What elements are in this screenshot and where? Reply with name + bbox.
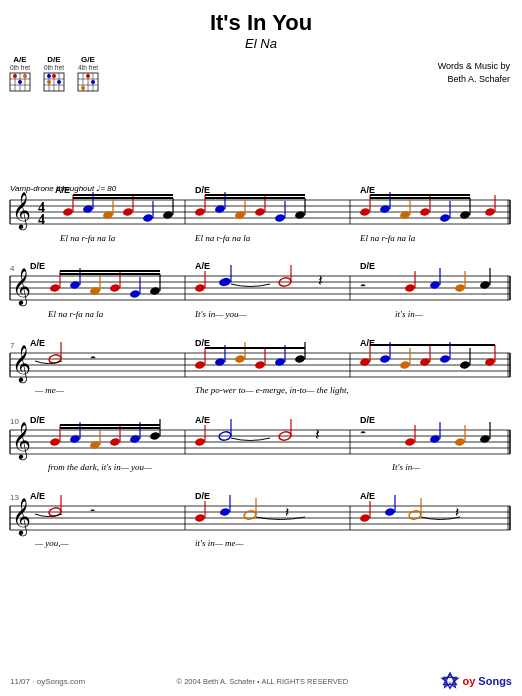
credits: Words & Music by Beth A. Schafer: [438, 60, 510, 85]
svg-text:El  na  r-fa  na  la: El na r-fa na la: [359, 233, 416, 243]
svg-text:A/E: A/E: [30, 491, 45, 501]
svg-text:It's in—  you—: It's in— you—: [194, 309, 247, 319]
song-title: It's In You: [0, 10, 522, 36]
svg-text:— me—: — me—: [34, 385, 65, 395]
star-of-david-icon: [440, 671, 460, 691]
svg-point-80: [439, 213, 450, 222]
svg-point-163: [254, 360, 265, 369]
svg-text:A/E: A/E: [55, 185, 70, 195]
svg-point-15: [47, 74, 51, 78]
svg-text:A/E: A/E: [195, 415, 210, 425]
svg-point-50: [122, 207, 133, 216]
footer: 11/07 · oySongs.com © 2004 Beth A. Schaf…: [0, 671, 522, 691]
svg-point-25: [86, 74, 90, 78]
svg-text:D/E: D/E: [30, 415, 45, 425]
svg-text:𝄞: 𝄞: [12, 345, 31, 384]
svg-text:4: 4: [38, 212, 45, 227]
svg-point-16: [52, 74, 56, 78]
svg-text:D/E: D/E: [195, 491, 210, 501]
svg-text:D/E: D/E: [195, 185, 210, 195]
svg-text:A/E: A/E: [360, 185, 375, 195]
svg-point-120: [194, 283, 205, 292]
svg-text:A/E: A/E: [360, 491, 375, 501]
svg-text:El  na  r-fa  na  la: El na r-fa na la: [59, 233, 116, 243]
svg-point-64: [254, 207, 265, 216]
svg-point-18: [57, 80, 61, 84]
svg-text:El  na  r-fa  na  la: El na r-fa na la: [194, 233, 251, 243]
footer-left: 11/07 · oySongs.com: [10, 677, 85, 686]
svg-point-114: [129, 289, 140, 298]
svg-text:It's  in—: It's in—: [391, 462, 421, 472]
svg-point-112: [109, 283, 120, 292]
oy-text: oy: [463, 675, 476, 687]
svg-text:𝄞: 𝄞: [12, 422, 31, 461]
svg-point-106: [49, 283, 60, 292]
svg-text:it's in—  me—: it's in— me—: [195, 538, 244, 548]
chord-de-label: D/E: [47, 55, 60, 64]
svg-text:𝄞: 𝄞: [12, 268, 31, 307]
svg-point-178: [439, 354, 450, 363]
svg-text:𝄽: 𝄽: [318, 275, 323, 286]
svg-text:D/E: D/E: [360, 415, 375, 425]
svg-text:D/E: D/E: [30, 261, 45, 271]
chord-ae-label: A/E: [13, 55, 26, 64]
svg-text:D/E: D/E: [195, 338, 210, 348]
svg-point-256: [243, 510, 257, 521]
svg-text:𝄽: 𝄽: [315, 429, 320, 440]
svg-point-52: [142, 213, 153, 222]
svg-point-208: [109, 437, 120, 446]
svg-point-8: [23, 74, 27, 78]
svg-text:The  po-wer  to—  e-merge,  in: The po-wer to— e-merge, in-to— the light…: [195, 385, 349, 395]
svg-text:from  the  dark,  it's  in—  y: from the dark, it's in— you—: [48, 462, 153, 472]
svg-point-128: [404, 283, 415, 292]
svg-point-7: [18, 80, 22, 84]
svg-point-6: [13, 74, 17, 78]
svg-point-122: [218, 277, 232, 288]
svg-point-263: [408, 510, 422, 521]
svg-text:D/E: D/E: [360, 261, 375, 271]
svg-point-212: [149, 431, 160, 440]
oysongs-logo: oySongs: [440, 671, 512, 691]
svg-point-132: [454, 283, 465, 292]
svg-point-228: [454, 437, 465, 446]
svg-text:𝄼: 𝄼: [90, 356, 96, 359]
svg-text:𝄼: 𝄼: [360, 431, 366, 434]
svg-point-161: [234, 354, 245, 363]
title-section: It's In You El Na: [0, 0, 522, 51]
svg-point-167: [294, 354, 305, 363]
svg-point-172: [379, 354, 390, 363]
songs-text: Songs: [478, 675, 512, 687]
svg-text:El  na  r-fa  na  la: El na r-fa na la: [47, 309, 104, 319]
svg-point-26: [91, 80, 95, 84]
svg-point-84: [484, 207, 495, 216]
credits-line1: Words & Music by: [438, 60, 510, 73]
svg-point-259: [359, 513, 370, 522]
credits-line2: Beth A. Schafer: [438, 73, 510, 86]
svg-point-254: [219, 507, 230, 516]
page: It's In You El Na Words & Music by Beth …: [0, 0, 522, 696]
svg-text:𝄞: 𝄞: [12, 498, 31, 537]
svg-point-216: [194, 437, 205, 446]
svg-point-224: [404, 437, 415, 446]
svg-text:A/E: A/E: [360, 338, 375, 348]
svg-point-252: [194, 513, 205, 522]
svg-point-17: [47, 80, 51, 84]
svg-text:— you,—: — you,—: [34, 538, 69, 548]
chord-ge-label: G/E: [81, 55, 95, 64]
svg-text:A/E: A/E: [30, 338, 45, 348]
svg-point-180: [459, 360, 470, 369]
svg-point-72: [359, 207, 370, 216]
svg-text:A/E: A/E: [195, 261, 210, 271]
svg-point-58: [194, 207, 205, 216]
sheet-music-svg: Vamp-drone throughout ♩= 80 𝄞 4 4 A/E D/…: [0, 88, 522, 658]
song-subtitle: El Na: [0, 36, 522, 51]
svg-point-202: [49, 437, 60, 446]
sheet-music-container: Vamp-drone throughout ♩= 80 𝄞 4 4 A/E D/…: [0, 88, 522, 658]
svg-text:it's in—: it's in—: [395, 309, 424, 319]
svg-point-78: [419, 207, 430, 216]
svg-point-174: [399, 360, 410, 369]
svg-text:𝄼: 𝄼: [360, 284, 366, 287]
svg-point-157: [194, 360, 205, 369]
footer-copyright: © 2004 Beth A. Schafer • ALL RIGHTS RESE…: [177, 677, 349, 686]
svg-point-44: [62, 207, 73, 216]
